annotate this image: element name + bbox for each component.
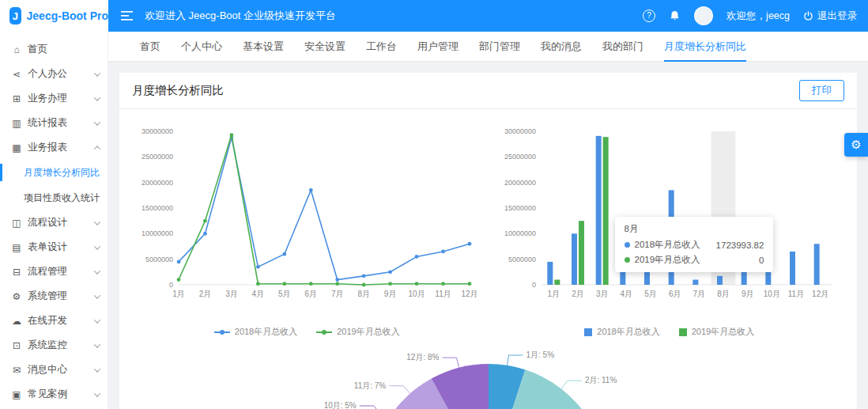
sidebar-menu: ⌂首页⋖个人办公⊞业务办理▥统计报表▦业务报表月度增长分析同比项目性质收入统计◫… bbox=[0, 37, 108, 407]
sidebar-subitem[interactable]: 项目性质收入统计 bbox=[0, 185, 108, 210]
sidebar-item[interactable]: ▣常见案例 bbox=[0, 382, 108, 407]
svg-text:1月: 1月 bbox=[172, 290, 185, 298]
share-icon: ⋖ bbox=[10, 69, 23, 80]
menu-collapse-icon[interactable] bbox=[121, 10, 134, 21]
welcome-banner: 欢迎进入 Jeecg-Boot 企业级快速开发平台 bbox=[145, 9, 336, 23]
top-header: J Jeecg-Boot Pro 欢迎进入 Jeecg-Boot 企业级快速开发… bbox=[0, 0, 868, 32]
avatar[interactable] bbox=[694, 6, 713, 25]
svg-text:8月: 8月 bbox=[358, 290, 371, 298]
sidebar-item-label: 表单设计 bbox=[28, 240, 67, 254]
sidebar-item-label: 个人办公 bbox=[28, 67, 67, 81]
sidebar-item[interactable]: ⚙系统管理 bbox=[0, 284, 108, 309]
svg-text:20000000: 20000000 bbox=[504, 179, 536, 187]
logo-icon: J bbox=[9, 7, 21, 25]
sidebar-subitem[interactable]: 月度增长分析同比 bbox=[0, 160, 108, 185]
sidebar-item[interactable]: ⌂首页 bbox=[0, 37, 108, 62]
sidebar-item[interactable]: ⋖个人办公 bbox=[0, 62, 108, 86]
logout-button[interactable]: 退出登录 bbox=[803, 9, 857, 23]
svg-text:25000000: 25000000 bbox=[142, 153, 173, 161]
chevron-down-icon bbox=[94, 119, 100, 125]
legend-item[interactable]: 2019年月总收入 bbox=[679, 326, 754, 338]
settings-gear-button[interactable]: ⚙ bbox=[844, 133, 868, 157]
svg-text:15000000: 15000000 bbox=[142, 204, 173, 212]
legend-item[interactable]: 2019年月总收入 bbox=[316, 326, 399, 338]
tab-item[interactable]: 个人中心 bbox=[181, 32, 222, 62]
sidebar-item[interactable]: ◫流程设计 bbox=[0, 210, 108, 235]
print-button[interactable]: 打印 bbox=[799, 80, 844, 101]
sidebar-item-label: 业务报表 bbox=[28, 141, 67, 154]
svg-text:10000000: 10000000 bbox=[142, 229, 173, 237]
form-design-icon: ▤ bbox=[10, 242, 23, 253]
monitor-icon: ⊡ bbox=[10, 340, 23, 351]
logo[interactable]: J Jeecg-Boot Pro bbox=[0, 0, 108, 32]
sidebar-item[interactable]: ▥统计报表 bbox=[0, 111, 108, 135]
sidebar-item[interactable]: ✉消息中心 bbox=[0, 358, 108, 382]
svg-text:11月: 11月 bbox=[436, 290, 451, 298]
home-icon: ⌂ bbox=[10, 44, 23, 55]
legend-item[interactable]: 2018年月总收入 bbox=[584, 326, 659, 338]
bar-chart-legend: 2018年月总收入2019年月总收入 bbox=[584, 326, 754, 338]
legend-label: 2019年月总收入 bbox=[337, 326, 399, 338]
svg-text:1月: 5%: 1月: 5% bbox=[526, 350, 554, 359]
svg-text:3月: 3月 bbox=[225, 290, 238, 298]
svg-text:5月: 5月 bbox=[278, 290, 291, 298]
tab-item[interactable]: 我的消息 bbox=[541, 32, 582, 62]
svg-text:10月: 5%: 10月: 5% bbox=[323, 401, 356, 409]
sidebar-item[interactable]: ⊞业务办理 bbox=[0, 86, 108, 111]
help-icon[interactable]: ? bbox=[643, 9, 655, 22]
tab-item[interactable]: 工作台 bbox=[366, 32, 397, 62]
tab-item[interactable]: 部门管理 bbox=[479, 32, 520, 62]
gear-icon: ⚙ bbox=[851, 138, 861, 152]
svg-text:10月: 10月 bbox=[409, 290, 425, 298]
sidebar-item-label: 消息中心 bbox=[28, 363, 67, 377]
message-icon: ✉ bbox=[10, 365, 23, 376]
tab-item[interactable]: 我的部门 bbox=[602, 32, 643, 62]
chevron-down-icon bbox=[94, 316, 100, 323]
apps-icon: ⊞ bbox=[10, 93, 23, 104]
sidebar-item-label: 业务办理 bbox=[28, 92, 67, 105]
tooltip-series-value: 0 bbox=[748, 256, 764, 265]
sidebar-item[interactable]: ▦业务报表 bbox=[0, 135, 108, 160]
sidebar-item-label: 在线开发 bbox=[28, 314, 67, 328]
legend-item[interactable]: 2018年月总收入 bbox=[214, 326, 297, 338]
line-chart-svg: 0500000010000000150000002000000025000000… bbox=[133, 123, 481, 313]
brand-name: Jeecg-Boot Pro bbox=[27, 9, 108, 22]
chevron-down-icon bbox=[94, 292, 100, 298]
svg-text:0: 0 bbox=[169, 281, 173, 289]
svg-text:1月: 1月 bbox=[547, 290, 560, 298]
line-chart: 0500000010000000150000002000000025000000… bbox=[126, 123, 489, 338]
sidebar-item[interactable]: ▤表单设计 bbox=[0, 235, 108, 259]
user-greeting[interactable]: 欢迎您，jeecg bbox=[726, 9, 790, 23]
gear-icon: ⚙ bbox=[10, 291, 23, 302]
tab-item[interactable]: 用户管理 bbox=[417, 32, 459, 62]
svg-text:15000000: 15000000 bbox=[504, 204, 536, 212]
svg-text:0: 0 bbox=[532, 281, 536, 289]
case-icon: ▣ bbox=[10, 389, 23, 400]
bell-icon[interactable] bbox=[669, 9, 681, 22]
tab-item[interactable]: 安全设置 bbox=[304, 32, 345, 62]
tab-item[interactable]: 月度增长分析同比 bbox=[664, 32, 746, 62]
sidebar-item[interactable]: ☁在线开发 bbox=[0, 309, 108, 333]
svg-text:6月: 6月 bbox=[305, 290, 318, 298]
chevron-down-icon bbox=[94, 267, 100, 274]
flow-design-icon: ◫ bbox=[10, 218, 23, 229]
cloud-icon: ☁ bbox=[10, 316, 23, 327]
svg-text:30000000: 30000000 bbox=[142, 127, 173, 135]
svg-text:6月: 6月 bbox=[669, 290, 681, 298]
header-actions: ? 欢迎您，jeecg 退出登录 bbox=[643, 6, 868, 25]
sidebar-item-label: 统计报表 bbox=[28, 116, 67, 130]
chevron-down-icon bbox=[94, 365, 100, 372]
sidebar-item-label: 系统管理 bbox=[28, 290, 67, 303]
power-icon bbox=[803, 11, 813, 21]
sidebar-item[interactable]: ⊟流程管理 bbox=[0, 259, 108, 284]
tab-item[interactable]: 基本设置 bbox=[243, 32, 284, 62]
logout-label: 退出登录 bbox=[817, 9, 857, 23]
tab-item[interactable]: 首页 bbox=[140, 32, 160, 62]
sidebar-item[interactable]: ⊡系统监控 bbox=[0, 333, 108, 358]
chevron-down-icon bbox=[94, 390, 100, 396]
card-header: 月度增长分析同比 打印 bbox=[119, 73, 857, 109]
report-card: 月度增长分析同比 打印 0500000010000000150000002000… bbox=[119, 73, 857, 409]
pie-chart-svg: 1月: 5%2月: 11%10月: 5%11月: 7%12月: 8% bbox=[188, 344, 789, 409]
tooltip-series-value: 1723993.82 bbox=[705, 240, 764, 250]
svg-text:3月: 3月 bbox=[596, 290, 609, 298]
